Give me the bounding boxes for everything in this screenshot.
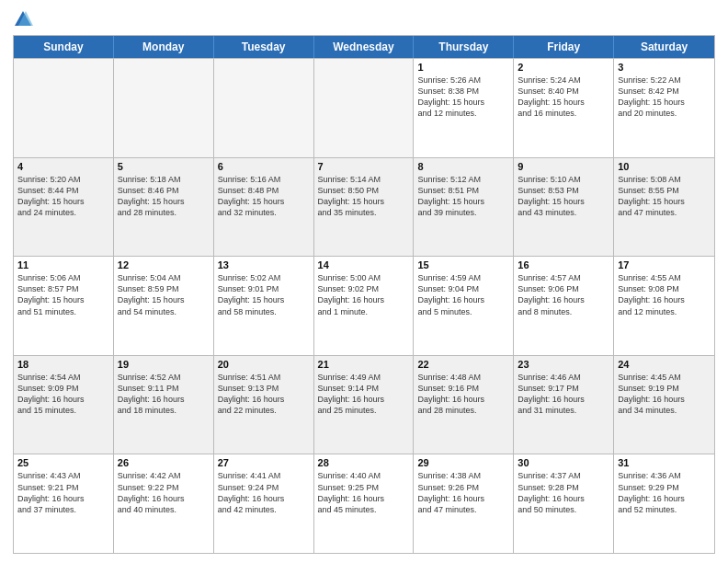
- calendar-cell: [114, 59, 214, 157]
- calendar-cell: 27Sunrise: 4:41 AMSunset: 9:24 PMDayligh…: [214, 454, 314, 553]
- cell-info: Sunrise: 5:16 AMSunset: 8:48 PMDaylight:…: [218, 174, 310, 219]
- day-number: 27: [218, 457, 310, 468]
- calendar-cell: 16Sunrise: 4:57 AMSunset: 9:06 PMDayligh…: [514, 257, 614, 355]
- calendar-header-cell: Sunday: [14, 36, 114, 58]
- calendar-header-cell: Wednesday: [314, 36, 415, 58]
- cell-info: Sunrise: 4:43 AMSunset: 9:21 PMDaylight:…: [17, 470, 109, 515]
- calendar: SundayMondayTuesdayWednesdayThursdayFrid…: [13, 35, 715, 554]
- calendar-cell: 30Sunrise: 4:37 AMSunset: 9:28 PMDayligh…: [514, 454, 614, 553]
- calendar-cell: 2Sunrise: 5:24 AMSunset: 8:40 PMDaylight…: [514, 59, 614, 157]
- calendar-header-cell: Monday: [114, 36, 214, 58]
- day-number: 5: [118, 161, 210, 172]
- calendar-cell: 22Sunrise: 4:48 AMSunset: 9:16 PMDayligh…: [414, 356, 514, 454]
- calendar-cell: 20Sunrise: 4:51 AMSunset: 9:13 PMDayligh…: [214, 356, 314, 454]
- cell-info: Sunrise: 5:02 AMSunset: 9:01 PMDaylight:…: [218, 272, 310, 317]
- calendar-cell: 19Sunrise: 4:52 AMSunset: 9:11 PMDayligh…: [114, 356, 214, 454]
- calendar-header-cell: Tuesday: [214, 36, 314, 58]
- calendar-cell: 25Sunrise: 4:43 AMSunset: 9:21 PMDayligh…: [14, 454, 114, 553]
- calendar-row: 25Sunrise: 4:43 AMSunset: 9:21 PMDayligh…: [14, 454, 714, 553]
- cell-info: Sunrise: 4:55 AMSunset: 9:08 PMDaylight:…: [618, 272, 711, 317]
- day-number: 13: [218, 259, 310, 270]
- calendar-cell: 4Sunrise: 5:20 AMSunset: 8:44 PMDaylight…: [14, 158, 114, 257]
- day-number: 17: [618, 259, 711, 270]
- cell-info: Sunrise: 4:45 AMSunset: 9:19 PMDaylight:…: [618, 372, 711, 417]
- calendar-row: 11Sunrise: 5:06 AMSunset: 8:57 PMDayligh…: [14, 256, 714, 355]
- calendar-cell: 31Sunrise: 4:36 AMSunset: 9:29 PMDayligh…: [614, 454, 714, 553]
- calendar-body: 1Sunrise: 5:26 AMSunset: 8:38 PMDaylight…: [14, 58, 714, 553]
- day-number: 7: [318, 161, 410, 172]
- page: SundayMondayTuesdayWednesdayThursdayFrid…: [0, 0, 728, 563]
- cell-info: Sunrise: 5:00 AMSunset: 9:02 PMDaylight:…: [318, 272, 410, 317]
- day-number: 29: [417, 457, 509, 468]
- calendar-cell: 7Sunrise: 5:14 AMSunset: 8:50 PMDaylight…: [314, 158, 415, 257]
- day-number: 31: [618, 457, 711, 468]
- cell-info: Sunrise: 4:36 AMSunset: 9:29 PMDaylight:…: [618, 470, 711, 515]
- day-number: 10: [618, 161, 711, 172]
- cell-info: Sunrise: 4:49 AMSunset: 9:14 PMDaylight:…: [318, 372, 410, 417]
- day-number: 4: [17, 161, 109, 172]
- day-number: 19: [118, 359, 210, 370]
- day-number: 25: [17, 457, 109, 468]
- cell-info: Sunrise: 4:59 AMSunset: 9:04 PMDaylight:…: [417, 272, 509, 317]
- cell-info: Sunrise: 5:10 AMSunset: 8:53 PMDaylight:…: [518, 174, 609, 219]
- cell-info: Sunrise: 4:54 AMSunset: 9:09 PMDaylight:…: [17, 372, 109, 417]
- cell-info: Sunrise: 4:40 AMSunset: 9:25 PMDaylight:…: [318, 470, 410, 515]
- logo: [13, 9, 35, 29]
- day-number: 21: [318, 359, 410, 370]
- cell-info: Sunrise: 4:41 AMSunset: 9:24 PMDaylight:…: [218, 470, 310, 515]
- cell-info: Sunrise: 4:51 AMSunset: 9:13 PMDaylight:…: [218, 372, 310, 417]
- cell-info: Sunrise: 5:14 AMSunset: 8:50 PMDaylight:…: [318, 174, 410, 219]
- calendar-cell: 28Sunrise: 4:40 AMSunset: 9:25 PMDayligh…: [314, 454, 415, 553]
- day-number: 15: [417, 259, 509, 270]
- day-number: 16: [518, 259, 609, 270]
- logo-icon: [13, 9, 33, 29]
- day-number: 2: [518, 62, 609, 73]
- day-number: 24: [618, 359, 711, 370]
- calendar-cell: 12Sunrise: 5:04 AMSunset: 8:59 PMDayligh…: [114, 257, 214, 355]
- day-number: 9: [518, 161, 609, 172]
- cell-info: Sunrise: 5:12 AMSunset: 8:51 PMDaylight:…: [417, 174, 509, 219]
- calendar-cell: 5Sunrise: 5:18 AMSunset: 8:46 PMDaylight…: [114, 158, 214, 257]
- cell-info: Sunrise: 5:04 AMSunset: 8:59 PMDaylight:…: [118, 272, 210, 317]
- calendar-cell: 21Sunrise: 4:49 AMSunset: 9:14 PMDayligh…: [314, 356, 415, 454]
- calendar-header-cell: Thursday: [414, 36, 514, 58]
- calendar-cell: 18Sunrise: 4:54 AMSunset: 9:09 PMDayligh…: [14, 356, 114, 454]
- cell-info: Sunrise: 5:20 AMSunset: 8:44 PMDaylight:…: [17, 174, 109, 219]
- day-number: 20: [218, 359, 310, 370]
- calendar-cell: 8Sunrise: 5:12 AMSunset: 8:51 PMDaylight…: [414, 158, 514, 257]
- calendar-cell: [314, 59, 415, 157]
- calendar-cell: 9Sunrise: 5:10 AMSunset: 8:53 PMDaylight…: [514, 158, 614, 257]
- calendar-row: 4Sunrise: 5:20 AMSunset: 8:44 PMDaylight…: [14, 157, 714, 257]
- calendar-cell: 17Sunrise: 4:55 AMSunset: 9:08 PMDayligh…: [614, 257, 714, 355]
- day-number: 26: [118, 457, 210, 468]
- day-number: 18: [17, 359, 109, 370]
- day-number: 8: [417, 161, 509, 172]
- calendar-row: 18Sunrise: 4:54 AMSunset: 9:09 PMDayligh…: [14, 355, 714, 454]
- cell-info: Sunrise: 5:08 AMSunset: 8:55 PMDaylight:…: [618, 174, 711, 219]
- cell-info: Sunrise: 5:06 AMSunset: 8:57 PMDaylight:…: [17, 272, 109, 317]
- calendar-cell: 10Sunrise: 5:08 AMSunset: 8:55 PMDayligh…: [614, 158, 714, 257]
- calendar-header-cell: Saturday: [614, 36, 714, 58]
- cell-info: Sunrise: 4:38 AMSunset: 9:26 PMDaylight:…: [417, 470, 509, 515]
- calendar-cell: 15Sunrise: 4:59 AMSunset: 9:04 PMDayligh…: [414, 257, 514, 355]
- cell-info: Sunrise: 4:48 AMSunset: 9:16 PMDaylight:…: [417, 372, 509, 417]
- calendar-cell: 6Sunrise: 5:16 AMSunset: 8:48 PMDaylight…: [214, 158, 314, 257]
- day-number: 11: [17, 259, 109, 270]
- cell-info: Sunrise: 4:52 AMSunset: 9:11 PMDaylight:…: [118, 372, 210, 417]
- calendar-cell: 29Sunrise: 4:38 AMSunset: 9:26 PMDayligh…: [414, 454, 514, 553]
- day-number: 28: [318, 457, 410, 468]
- calendar-cell: 24Sunrise: 4:45 AMSunset: 9:19 PMDayligh…: [614, 356, 714, 454]
- day-number: 22: [417, 359, 509, 370]
- calendar-cell: 11Sunrise: 5:06 AMSunset: 8:57 PMDayligh…: [14, 257, 114, 355]
- cell-info: Sunrise: 5:24 AMSunset: 8:40 PMDaylight:…: [518, 75, 609, 120]
- cell-info: Sunrise: 5:26 AMSunset: 8:38 PMDaylight:…: [417, 75, 509, 120]
- day-number: 23: [518, 359, 609, 370]
- day-number: 1: [417, 62, 509, 73]
- calendar-cell: 1Sunrise: 5:26 AMSunset: 8:38 PMDaylight…: [414, 59, 514, 157]
- day-number: 3: [618, 62, 711, 73]
- calendar-header-row: SundayMondayTuesdayWednesdayThursdayFrid…: [14, 36, 714, 58]
- day-number: 6: [218, 161, 310, 172]
- calendar-cell: [214, 59, 314, 157]
- cell-info: Sunrise: 5:22 AMSunset: 8:42 PMDaylight:…: [618, 75, 711, 120]
- calendar-cell: [14, 59, 114, 157]
